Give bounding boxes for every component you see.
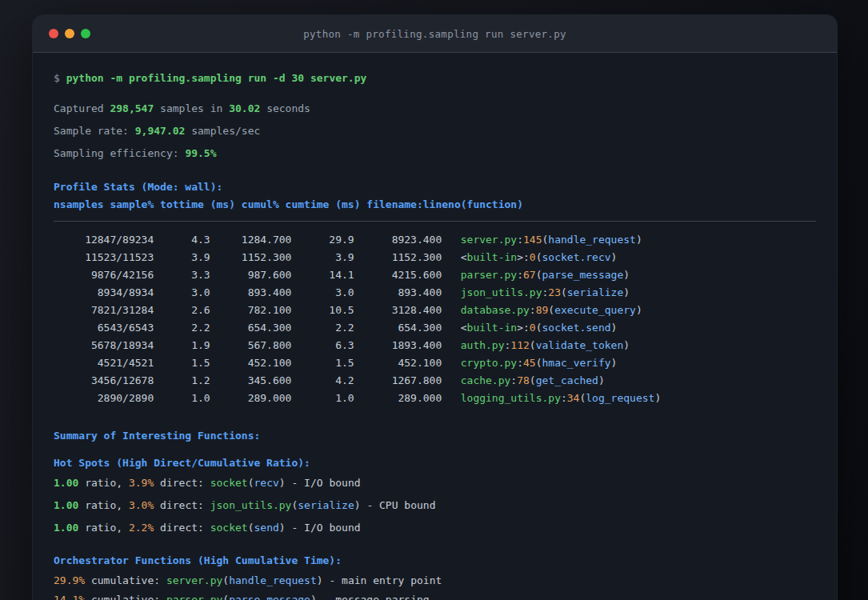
maximize-button[interactable]	[81, 29, 90, 38]
text-segment: cumulative:	[85, 574, 166, 586]
text-segment: ) - main entry point	[317, 574, 442, 586]
table-row: 5678/18934 1.9 567.800 6.3 1893.400 auth…	[54, 337, 816, 354]
profile-table: 12847/89234 4.3 1284.700 29.9 8923.400 s…	[54, 231, 816, 407]
text-segment: (	[548, 304, 554, 316]
terminal-output[interactable]: $ python -m profiling.sampling run -d 30…	[33, 53, 837, 600]
text-segment: (	[530, 339, 536, 351]
sample-rate-line: Sample rate: 9,947.02 samples/sec	[54, 123, 816, 139]
text-segment: logging_utils.py	[461, 392, 561, 404]
table-header-divider	[54, 221, 816, 222]
text-segment: 145	[523, 234, 542, 246]
text-segment: 99.5%	[185, 147, 216, 159]
text-segment: Sample rate:	[54, 125, 135, 137]
text-segment: 89	[536, 304, 549, 316]
table-row-numbers: 2890/2890 1.0 289.000 1.0 289.000	[54, 392, 461, 404]
text-segment: database.py	[461, 304, 530, 316]
terminal-window: python -m profiling.sampling run server.…	[32, 14, 838, 600]
text-segment: direct:	[154, 522, 210, 534]
text-segment: )	[636, 304, 642, 316]
text-segment: 3.9%	[129, 477, 154, 489]
text-segment: Sampling efficiency:	[54, 147, 185, 159]
text-segment: ratio,	[78, 522, 129, 534]
summary-heading: Summary of Interesting Functions:	[54, 428, 816, 444]
text-segment: direct:	[154, 477, 210, 489]
text-segment: samples in	[154, 102, 229, 114]
close-button[interactable]	[49, 29, 58, 38]
orchestrator-line: 14.1% cumulative: parser.py(parse_messag…	[54, 592, 816, 600]
text-segment: (	[536, 357, 542, 369]
text-segment: ) - CPU bound	[354, 499, 436, 511]
text-segment: handle_request	[229, 574, 317, 586]
table-row-numbers: 9876/42156 3.3 987.600 14.1 4215.600	[54, 269, 461, 281]
profile-stats-heading: Profile Stats (Mode: wall):	[54, 179, 816, 195]
table-row-numbers: 6543/6543 2.2 654.300 2.2 654.300	[54, 322, 461, 334]
text-segment: ) - I/O bound	[279, 522, 361, 534]
text-segment: ratio,	[78, 499, 129, 511]
text-segment: python -m profiling.sampling run -d 30 s…	[66, 72, 367, 84]
text-segment: <	[461, 322, 467, 334]
text-segment: json_utils.py	[461, 286, 542, 298]
text-segment: 30.02	[229, 102, 260, 114]
text-segment: cache.py	[461, 374, 511, 386]
text-segment: 78	[517, 374, 530, 386]
hotspots-heading: Hot Spots (High Direct/Cumulative Ratio)…	[54, 455, 816, 471]
text-segment: ) - I/O bound	[279, 477, 361, 489]
table-row-numbers: 11523/11523 3.9 1152.300 3.9 1152.300	[54, 251, 461, 263]
text-segment: handle_request	[548, 234, 636, 246]
text-segment: 29.9%	[54, 574, 85, 586]
table-row-numbers: 4521/4521 1.5 452.100 1.5 452.100	[54, 357, 461, 369]
text-segment: get_cached	[536, 374, 598, 386]
text-segment: parser.py	[461, 269, 517, 281]
table-row: 6543/6543 2.2 654.300 2.2 654.300 <built…	[54, 319, 816, 337]
table-row-numbers: 12847/89234 4.3 1284.700 29.9 8923.400	[54, 234, 461, 246]
table-row-numbers: 8934/8934 3.0 893.400 3.0 893.400	[54, 286, 461, 298]
text-segment: direct:	[154, 499, 210, 511]
table-row: 8934/8934 3.0 893.400 3.0 893.400 json_u…	[54, 284, 816, 302]
text-segment: >:	[517, 251, 530, 263]
text-segment: 298,547	[110, 102, 154, 114]
text-segment: $	[54, 72, 66, 84]
table-row: 7821/31284 2.6 782.100 10.5 3128.400 dat…	[54, 302, 816, 319]
text-segment: 14.1%	[54, 594, 85, 600]
text-segment: serialize	[298, 499, 354, 511]
text-segment: Hot Spots (High Direct/Cumulative Ratio)…	[54, 457, 310, 469]
text-segment: 0	[530, 251, 536, 263]
text-segment: 2.2%	[129, 522, 154, 534]
traffic-lights	[49, 29, 97, 38]
text-segment: built-in	[467, 322, 518, 334]
window-titlebar[interactable]: python -m profiling.sampling run server.…	[33, 15, 837, 53]
text-segment: json_utils.py	[210, 499, 292, 511]
text-segment: )	[611, 322, 618, 334]
text-segment: recv	[254, 477, 279, 489]
hotspot-line: 1.00 ratio, 3.9% direct: socket(recv) - …	[54, 475, 816, 491]
text-segment: nsamples sample% tottime (ms) cumul% cum…	[54, 198, 523, 210]
text-segment: Profile Stats (Mode: wall):	[54, 181, 222, 193]
table-row: 9876/42156 3.3 987.600 14.1 4215.600 par…	[54, 266, 816, 284]
orchestrator-heading: Orchestrator Functions (High Cumulative …	[54, 553, 816, 569]
text-segment: parse_message	[229, 594, 310, 600]
text-segment: 1.00	[54, 499, 78, 511]
text-segment: :	[517, 357, 523, 369]
text-segment: :	[530, 304, 536, 316]
orchestrator-line: 29.9% cumulative: server.py(handle_reque…	[54, 573, 816, 589]
text-segment: server.py	[461, 234, 517, 246]
text-segment: execute_query	[554, 304, 636, 316]
text-segment: Captured	[54, 102, 110, 114]
text-segment: ) - message parsing	[310, 594, 430, 600]
text-segment: crypto.py	[461, 357, 517, 369]
text-segment: socket	[210, 522, 248, 534]
text-segment: Summary of Interesting Functions:	[54, 430, 260, 442]
table-row: 4521/4521 1.5 452.100 1.5 452.100 crypto…	[54, 354, 816, 372]
text-segment: (	[536, 269, 542, 281]
text-segment: (	[536, 251, 542, 263]
text-segment: >:	[517, 322, 530, 334]
text-segment: 112	[510, 339, 529, 351]
text-segment: 0	[530, 322, 536, 334]
minimize-button[interactable]	[65, 29, 74, 38]
text-segment: parser.py	[166, 594, 222, 600]
text-segment: )	[611, 251, 618, 263]
text-segment: serialize	[567, 286, 623, 298]
text-segment: (	[222, 594, 229, 600]
table-row: 3456/12678 1.2 345.600 4.2 1267.800 cach…	[54, 372, 816, 390]
sampling-efficiency-line: Sampling efficiency: 99.5%	[54, 146, 816, 162]
